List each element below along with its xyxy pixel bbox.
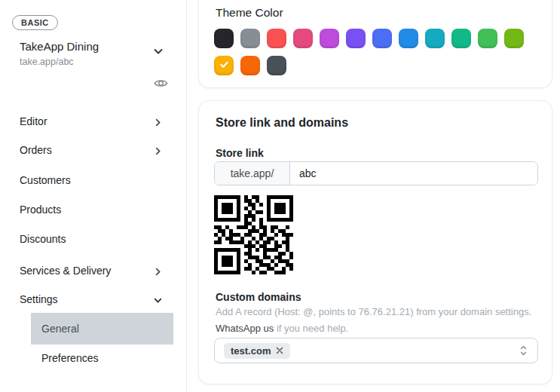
- custom-domains-label: Custom domains: [216, 291, 301, 303]
- store-switcher-chevron-down-icon[interactable]: [152, 45, 164, 60]
- custom-domains-help-text: Add A record (Host: @, points to 76.76.2…: [216, 306, 531, 317]
- help-text-tail: if you need help.: [274, 323, 348, 334]
- theme-color-title: Theme Color: [216, 6, 283, 20]
- sidebar-item-settings[interactable]: Settings: [0, 292, 186, 308]
- theme-color-card: Theme Color: [198, 0, 552, 88]
- custom-domains-select[interactable]: test.com: [214, 338, 538, 363]
- store-url: take.app/abc: [20, 57, 74, 67]
- preview-store-eye-icon[interactable]: [154, 76, 168, 93]
- sidebar-item-editor[interactable]: Editor: [0, 115, 186, 130]
- sidebar-item-label: Discounts: [20, 233, 66, 245]
- sidebar-item-label: General: [41, 313, 79, 345]
- store-link-label: Store link: [216, 147, 264, 159]
- theme-swatch-green[interactable]: [478, 29, 497, 48]
- sidebar-item-label: Products: [20, 204, 61, 216]
- sidebar-item-label: Orders: [20, 144, 52, 156]
- sidebar-item-label: Services & Delivery: [20, 265, 111, 277]
- sidebar-item-label: Customers: [20, 174, 71, 186]
- app-window: BASIC TakeApp Dining take.app/abc Editor…: [0, 0, 560, 392]
- store-link-input-group: take.app/: [214, 161, 538, 185]
- theme-swatch-indigo[interactable]: [372, 29, 392, 48]
- store-link-input[interactable]: [290, 162, 537, 185]
- sidebar-item-customers[interactable]: Customers: [0, 173, 186, 188]
- whatsapp-us-link[interactable]: WhatsApp us: [216, 323, 274, 334]
- sidebar-item-label: Editor: [20, 115, 47, 127]
- theme-swatch-cyan[interactable]: [425, 29, 445, 48]
- custom-domains-help-text-2: WhatsApp us if you need help.: [216, 323, 348, 334]
- theme-swatch-lime[interactable]: [504, 29, 524, 48]
- store-link-domains-card: Store link and domains Store link take.a…: [198, 100, 552, 384]
- store-link-prefix: take.app/: [215, 162, 290, 185]
- sidebar-item-label: Settings: [20, 293, 58, 305]
- sidebar-item-orders[interactable]: Orders: [0, 143, 186, 158]
- domain-chip: test.com: [224, 343, 290, 359]
- theme-swatch-grape[interactable]: [320, 29, 339, 48]
- sidebar-item-products[interactable]: Products: [0, 203, 186, 218]
- sidebar-item-discounts[interactable]: Discounts: [0, 232, 186, 247]
- store-card-title: Store link and domains: [216, 116, 348, 130]
- theme-swatch-orange[interactable]: [240, 56, 260, 75]
- sidebar-item-preferences[interactable]: Preferences: [41, 352, 98, 367]
- theme-swatch-dark[interactable]: [214, 29, 234, 48]
- chevron-right-icon: [153, 146, 163, 158]
- select-spinner-icon[interactable]: [519, 342, 528, 359]
- theme-swatch-teal[interactable]: [451, 29, 471, 48]
- chevron-right-icon: [153, 267, 163, 279]
- theme-swatch-yellow[interactable]: [214, 56, 234, 75]
- plan-badge: BASIC: [12, 15, 58, 30]
- sidebar-divider: [186, 0, 187, 392]
- theme-swatch-violet[interactable]: [346, 29, 366, 48]
- store-qr-code: [214, 195, 293, 274]
- theme-swatch-slate[interactable]: [267, 56, 286, 75]
- theme-swatch-red[interactable]: [267, 29, 286, 48]
- sidebar-item-general[interactable]: General: [31, 313, 173, 345]
- sidebar: BASIC TakeApp Dining take.app/abc Editor…: [0, 0, 186, 392]
- theme-color-swatches: [214, 29, 538, 75]
- theme-swatch-gray[interactable]: [240, 29, 260, 48]
- store-name: TakeApp Dining: [20, 40, 99, 53]
- sidebar-item-services-delivery[interactable]: Services & Delivery: [0, 264, 186, 279]
- theme-swatch-pink[interactable]: [293, 29, 313, 48]
- remove-domain-close-icon[interactable]: [276, 347, 283, 354]
- chevron-down-icon: [153, 296, 163, 308]
- check-icon: [219, 59, 230, 73]
- chevron-right-icon: [153, 118, 163, 130]
- domain-chip-label: test.com: [231, 345, 271, 357]
- theme-swatch-blue[interactable]: [399, 29, 418, 48]
